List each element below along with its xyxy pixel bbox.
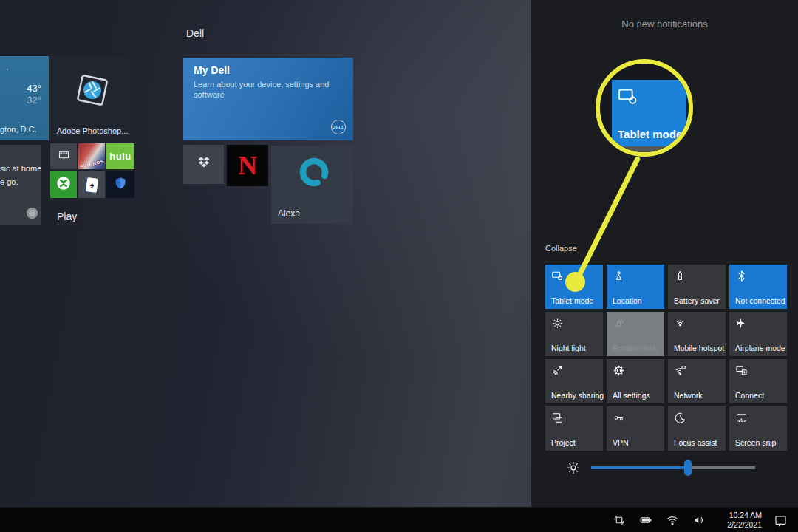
friends-tile-text: FRIENDS [80, 159, 105, 169]
location-icon [613, 270, 625, 282]
quick-action-location[interactable]: Location [607, 265, 664, 309]
wifi-icon[interactable] [666, 514, 679, 527]
clock-date: 2/22/2021 [719, 520, 762, 530]
airplane-mode-icon [735, 317, 748, 330]
notifications-status: No new notifications [531, 18, 798, 30]
battery-saver-icon [674, 270, 686, 282]
quick-action-label: All settings [613, 391, 650, 400]
bluetooth-icon [735, 270, 748, 282]
quick-action-label: VPN [613, 438, 629, 447]
xbox-logo [55, 175, 72, 194]
quick-action-settings-gear[interactable]: All settings [607, 359, 664, 403]
tile-hulu[interactable]: hulu [106, 143, 134, 169]
quick-action-screen-snip[interactable]: Screen snip [729, 406, 787, 451]
quick-action-label: Nearby sharing [551, 391, 604, 400]
quick-action-label: Rotation lock [613, 344, 658, 352]
settings-gear-icon [613, 364, 625, 377]
netflix-logo: N [238, 150, 257, 181]
tile-solitaire[interactable]: ♠ [78, 171, 105, 198]
quick-action-label: Not connected [735, 296, 785, 305]
collapse-button[interactable]: Collapse [545, 244, 577, 253]
brightness-slider-thumb[interactable] [684, 460, 692, 476]
group-label-dell: Dell [186, 27, 204, 39]
quick-action-network[interactable]: Network [668, 359, 726, 403]
tile-adobe-photoshop[interactable]: Adobe Photoshop... [50, 56, 134, 140]
radio-icon [27, 208, 38, 219]
alexa-ring-icon [298, 156, 330, 191]
media-icon [58, 149, 70, 164]
my-dell-subtitle: Learn about your device, settings and so… [194, 79, 334, 100]
quick-action-rotation-lock[interactable]: Rotation lock [607, 312, 664, 356]
tile-shield-app[interactable] [106, 171, 134, 198]
volume-icon[interactable] [692, 514, 706, 527]
weather-location: gton, D.C. [0, 125, 37, 134]
my-dell-title: My Dell [194, 64, 230, 76]
rotation-lock-icon [613, 317, 625, 330]
desktop: 43° 32° gton, D.C. Adobe Photoshop... si… [0, 0, 798, 532]
tile-friends[interactable]: FRIENDS [78, 143, 105, 169]
tile-media[interactable] [50, 143, 77, 169]
quick-action-bluetooth[interactable]: Not connected [729, 265, 787, 309]
quick-action-label: Location [613, 296, 642, 305]
tile-netflix[interactable]: N [227, 145, 268, 186]
quick-actions-grid: Tablet modeLocationBattery saverNot conn… [545, 265, 787, 451]
network-icon [674, 364, 686, 377]
connect-icon [735, 364, 748, 377]
tile-xbox[interactable] [50, 171, 77, 198]
weather-temp-high: 43° [0, 83, 41, 94]
quick-action-battery-saver[interactable]: Battery saver [668, 265, 726, 309]
quick-action-focus-assist[interactable]: Focus assist [668, 406, 726, 451]
music-tile-text-1: sic at home [0, 164, 41, 173]
brightness-row [531, 455, 798, 485]
quick-action-nearby-sharing[interactable]: Nearby sharing [545, 359, 603, 403]
callout-tablet-mode-label: Tablet mode [618, 128, 682, 140]
battery-icon[interactable] [639, 514, 652, 527]
project-icon [551, 412, 564, 424]
quick-action-label: Battery saver [674, 296, 720, 305]
quick-action-night-light[interactable]: Night light [545, 312, 603, 356]
brightness-slider-fill [591, 466, 688, 469]
solitaire-card-icon: ♠ [85, 177, 98, 193]
quick-action-label: Tablet mode [551, 296, 593, 305]
shield-icon [113, 176, 128, 194]
quick-action-label: Mobile hotspot [674, 344, 724, 352]
system-tray: 10:24 AM 2/22/2021 [613, 508, 798, 532]
tile-music[interactable]: sic at home e go. [0, 145, 41, 225]
tile-my-dell[interactable]: My Dell Learn about your device, setting… [183, 58, 353, 140]
taskbar-clock[interactable]: 10:24 AM 2/22/2021 [719, 511, 762, 530]
mobile-hotspot-icon [674, 317, 686, 330]
screen-snip-icon [735, 412, 748, 424]
hulu-logo: hulu [109, 151, 131, 162]
tablet-mode-icon [551, 270, 564, 282]
quick-action-vpn[interactable]: VPN [607, 406, 664, 451]
taskbar: 10:24 AM 2/22/2021 [0, 507, 798, 532]
tile-weather[interactable]: 43° 32° gton, D.C. [0, 56, 49, 140]
brightness-slider[interactable] [591, 466, 755, 469]
tablet-mode-icon [617, 86, 639, 108]
dropbox-icon [195, 154, 213, 175]
tile-dropbox[interactable] [183, 145, 224, 184]
rotate-screen-icon[interactable] [613, 514, 626, 527]
group-label-play: Play [57, 211, 77, 222]
quick-action-label: Focus assist [674, 438, 717, 447]
brightness-icon [566, 460, 581, 475]
quick-action-connect[interactable]: Connect [729, 359, 787, 403]
adobe-photoshop-label: Adobe Photoshop... [50, 126, 134, 135]
clock-time: 10:24 AM [719, 511, 762, 520]
nearby-sharing-icon [551, 364, 564, 377]
weather-temp-low: 32° [0, 95, 41, 106]
quick-action-project[interactable]: Project [545, 406, 603, 451]
night-light-icon [551, 317, 564, 330]
quick-action-label: Connect [735, 391, 764, 400]
focus-assist-icon [674, 412, 686, 424]
quick-action-label: Network [674, 391, 703, 400]
quick-action-mobile-hotspot[interactable]: Mobile hotspot [668, 312, 726, 356]
adobe-photoshop-logo [72, 69, 113, 111]
quick-action-label: Airplane mode [735, 344, 785, 352]
quick-action-airplane-mode[interactable]: Airplane mode [729, 312, 787, 356]
music-tile-text-2: e go. [0, 177, 18, 186]
alexa-label: Alexa [278, 208, 300, 219]
tile-alexa[interactable]: Alexa [271, 146, 353, 224]
action-center-icon[interactable] [774, 514, 788, 528]
dell-logo: DELL [331, 120, 346, 134]
